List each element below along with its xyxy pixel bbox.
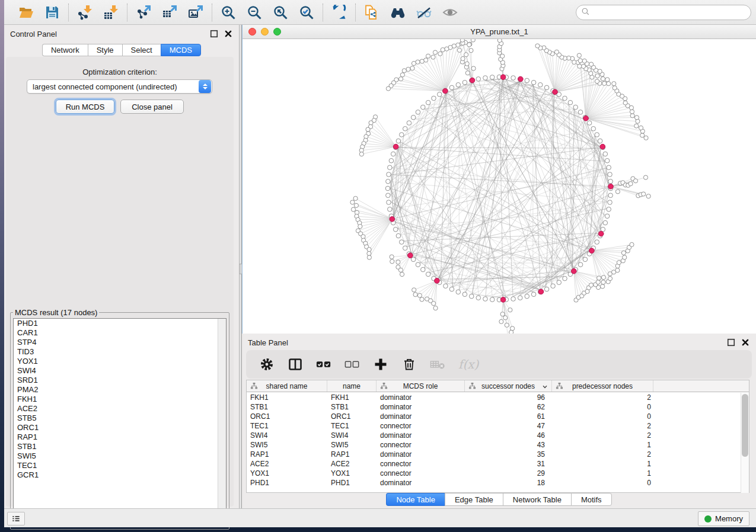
close-table-panel-button[interactable] — [741, 338, 750, 347]
criterion-dropdown[interactable]: largest connected component (undirected) — [27, 79, 212, 94]
mcds-node-item[interactable]: GCR1 — [14, 470, 226, 480]
mcds-node-item[interactable]: SRD1 — [14, 376, 226, 385]
save-button[interactable] — [43, 4, 61, 21]
tab-select[interactable]: Select — [122, 44, 161, 56]
mcds-list-scrollbar[interactable] — [218, 319, 226, 526]
mcds-node-item[interactable]: SWI4 — [14, 366, 226, 376]
deselect-all-button[interactable] — [344, 357, 360, 371]
search-input[interactable] — [590, 6, 751, 19]
mcds-node[interactable] — [408, 253, 413, 258]
zoom-out-button[interactable] — [245, 4, 263, 21]
mcds-node-item[interactable]: RAP1 — [14, 432, 226, 442]
show-eye-button[interactable] — [441, 4, 459, 21]
column-header-shared-name[interactable]: shared name — [247, 380, 327, 392]
select-all-button[interactable] — [316, 357, 331, 371]
maximize-window-icon[interactable] — [273, 28, 281, 36]
network-canvas[interactable] — [243, 39, 756, 334]
mcds-node[interactable] — [583, 116, 589, 121]
mcds-node[interactable] — [598, 231, 604, 236]
mcds-node-item[interactable]: PMA2 — [14, 385, 226, 395]
tab-mcds[interactable]: MCDS — [161, 44, 201, 56]
mcds-node[interactable] — [518, 76, 524, 82]
mcds-node-item[interactable]: FKH1 — [14, 395, 226, 404]
mcds-node-item[interactable]: PHD1 — [14, 319, 226, 328]
table-row[interactable]: SWI4SWI4dominator462 — [247, 431, 749, 440]
table-row[interactable]: TEC1TEC1connector472 — [247, 421, 749, 431]
mcds-node[interactable] — [393, 144, 398, 149]
export-table-button[interactable] — [161, 4, 178, 21]
show-panels-list-button[interactable] — [7, 512, 25, 525]
mcds-node[interactable] — [470, 78, 475, 83]
zoom-selected-button[interactable] — [298, 4, 315, 21]
zoom-fit-button[interactable] — [272, 4, 289, 21]
table-row[interactable]: ORC1ORC1dominator610 — [247, 412, 749, 421]
mcds-result-list[interactable]: PHD1CAR1STP4TID3YOX1SWI4SRD1PMA2FKH1ACE2… — [13, 318, 227, 527]
mcds-node-item[interactable]: CAR1 — [14, 328, 226, 338]
open-folder-button[interactable] — [17, 4, 35, 21]
column-header-name[interactable]: name — [327, 380, 377, 392]
mcds-node[interactable] — [553, 89, 558, 95]
tab-network[interactable]: Network — [42, 44, 88, 56]
table-row[interactable]: STB1STB1dominator620 — [247, 402, 749, 412]
table-row[interactable]: PHD1PHD1dominator180 — [247, 478, 749, 488]
mcds-node[interactable] — [571, 268, 576, 274]
mcds-node[interactable] — [500, 297, 506, 303]
tab-network-table[interactable]: Network Table — [503, 493, 571, 506]
table-row[interactable]: SWI5SWI5connector431 — [247, 440, 749, 450]
float-table-panel-button[interactable] — [726, 338, 736, 347]
mcds-node-item[interactable]: TEC1 — [14, 461, 226, 470]
tab-node-table[interactable]: Node Table — [386, 493, 445, 506]
mcds-node-item[interactable]: ACE2 — [14, 404, 226, 414]
mcds-node-item[interactable]: STP4 — [14, 338, 226, 347]
memory-button[interactable]: Memory — [698, 511, 749, 526]
mcds-node[interactable] — [435, 278, 440, 284]
mcds-node-item[interactable]: TID3 — [14, 347, 226, 357]
delete-button[interactable] — [401, 357, 417, 371]
table-row[interactable]: ACE2ACE2connector311 — [247, 459, 749, 469]
zoom-in-button[interactable] — [219, 4, 237, 21]
hide-glasses-button[interactable] — [415, 4, 433, 21]
tab-edge-table[interactable]: Edge Table — [445, 493, 503, 506]
table-row[interactable]: YOX1YOX1connector291 — [247, 469, 749, 478]
tab-motifs[interactable]: Motifs — [571, 493, 612, 506]
mcds-node-item[interactable]: STB5 — [14, 414, 226, 423]
tab-style[interactable]: Style — [88, 44, 122, 56]
minimize-window-icon[interactable] — [261, 28, 269, 36]
table-scrollbar[interactable] — [741, 393, 749, 493]
float-panel-button[interactable] — [209, 29, 219, 39]
table-scrollbar-thumb[interactable] — [742, 394, 748, 457]
close-window-icon[interactable] — [248, 28, 256, 36]
mcds-node-item[interactable]: YOX1 — [14, 357, 226, 366]
column-header-predecessor-nodes[interactable]: predecessor nodes — [552, 380, 653, 392]
columns-button[interactable] — [288, 357, 303, 371]
mcds-node[interactable] — [600, 144, 605, 149]
export-network-button[interactable] — [135, 4, 152, 21]
mcds-node[interactable] — [589, 248, 595, 254]
cell: PHD1 — [327, 478, 377, 488]
import-network-button[interactable] — [76, 4, 94, 21]
cell: SWI4 — [247, 431, 327, 440]
mcds-node-item[interactable]: SWI5 — [14, 451, 226, 461]
mcds-node[interactable] — [390, 217, 395, 222]
import-table-button[interactable] — [102, 4, 120, 21]
mcds-node-item[interactable]: STB1 — [14, 442, 226, 451]
annotation-share-button[interactable] — [363, 4, 381, 21]
binoculars-button[interactable] — [389, 4, 407, 21]
column-header-successor-nodes[interactable]: successor nodes — [465, 380, 552, 392]
mcds-node-item[interactable]: ORC1 — [14, 423, 226, 432]
mcds-node[interactable] — [608, 184, 614, 189]
close-panel-button[interactable] — [224, 29, 233, 39]
refresh-button[interactable] — [330, 4, 348, 21]
mcds-node[interactable] — [538, 289, 544, 294]
mcds-node[interactable] — [500, 75, 506, 80]
close-panel-button-mcds[interactable]: Close panel — [120, 100, 184, 114]
table-row[interactable]: FKH1FKH1dominator962 — [247, 393, 749, 402]
table-row[interactable]: RAP1RAP1dominator352 — [247, 450, 749, 459]
column-header-MCDS-role[interactable]: MCDS role — [377, 380, 465, 392]
network-window-titlebar[interactable]: YPA_prune.txt_1 — [243, 25, 756, 39]
mcds-node[interactable] — [443, 88, 448, 94]
add-button[interactable] — [373, 357, 388, 371]
export-image-button[interactable] — [187, 4, 205, 21]
run-mcds-button[interactable]: Run MCDS — [56, 100, 114, 114]
gear-button[interactable] — [259, 357, 275, 371]
